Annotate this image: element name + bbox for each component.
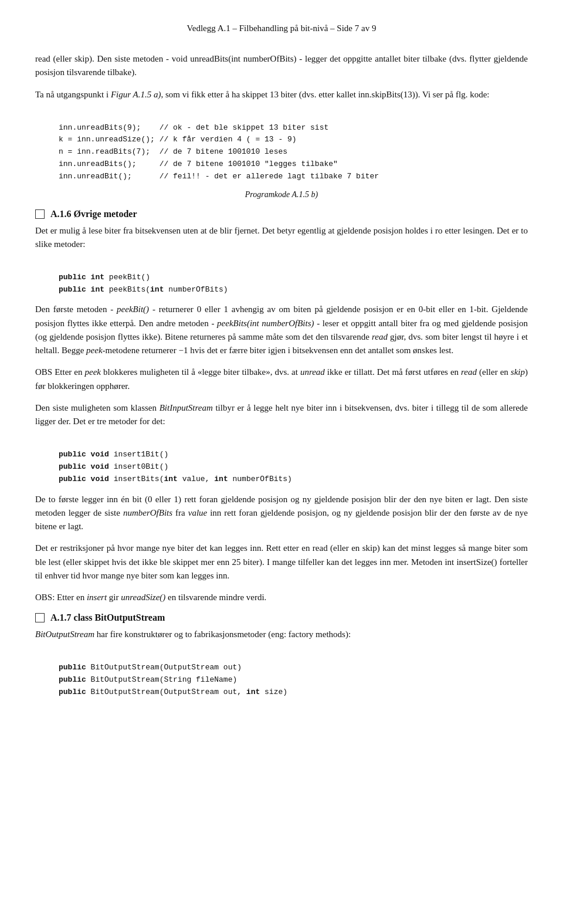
paragraph-2: Ta nå utgangspunkt i Figur A.1.5 a), som… bbox=[35, 88, 528, 101]
paragraph-4: Den første metoden - peekBit() - returne… bbox=[35, 303, 528, 357]
paragraph-5: OBS Etter en peek blokkeres muligheten t… bbox=[35, 365, 528, 393]
paragraph-3: Det er mulig å lese biter fra bitsekvens… bbox=[35, 224, 528, 252]
code-block-4: public BitOutputStream(OutputStream out)… bbox=[59, 650, 528, 699]
paragraph-1: read (eller skip). Den siste metoden - v… bbox=[35, 52, 528, 80]
paragraph-8: Det er restriksjoner på hvor mange nye b… bbox=[35, 541, 528, 583]
section-17-checkbox bbox=[35, 613, 45, 622]
section-17-title: A.1.7 class BitOutputStream bbox=[50, 612, 165, 623]
code-block-3: public void insert1Bit() public void ins… bbox=[59, 436, 528, 485]
paragraph-9: OBS: Etter en insert gir unreadSize() en… bbox=[35, 591, 528, 604]
section-16-heading: A.1.6 Øvrige metoder bbox=[35, 209, 528, 219]
section-16-title: A.1.6 Øvrige metoder bbox=[50, 209, 137, 219]
code-caption-1: Programkode A.1.5 b) bbox=[35, 190, 528, 199]
page-header: Vedlegg A.1 – Filbehandling på bit-nivå … bbox=[35, 23, 528, 33]
paragraph-10: BitOutputStream har fire konstruktører o… bbox=[35, 628, 528, 641]
code-block-1: inn.unreadBits(9); // ok - det ble skipp… bbox=[59, 110, 528, 183]
paragraph-7: De to første legger inn én bit (0 eller … bbox=[35, 493, 528, 534]
section-16-checkbox bbox=[35, 209, 45, 219]
code-block-2: public int public int peekBit()peekBit()… bbox=[59, 259, 528, 296]
section-17-heading: A.1.7 class BitOutputStream bbox=[35, 612, 528, 623]
paragraph-6: Den siste muligheten som klassen BitInpu… bbox=[35, 401, 528, 429]
